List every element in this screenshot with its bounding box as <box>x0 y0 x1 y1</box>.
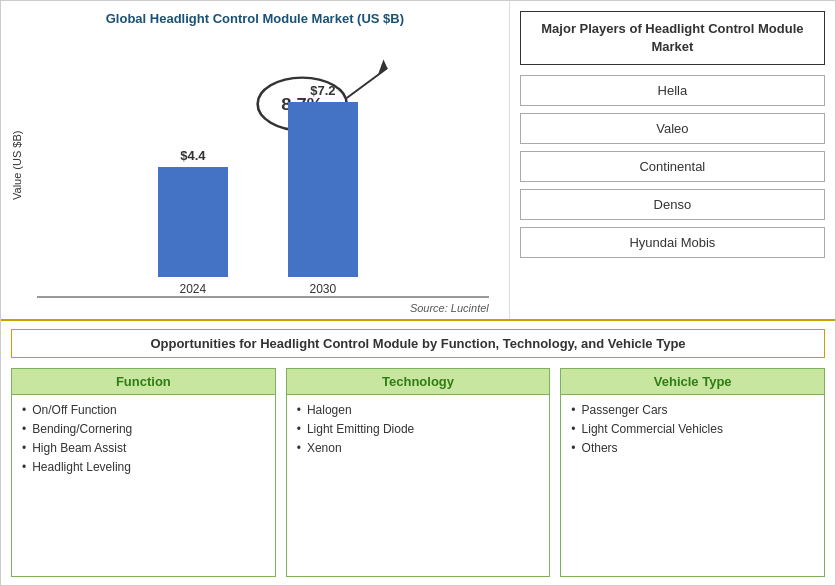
technology-item-2: • Light Emitting Diode <box>297 422 540 436</box>
players-list: Hella Valeo Continental Denso Hyundai Mo… <box>520 75 825 265</box>
bullet-t3: • <box>297 441 301 455</box>
function-item-2: • Bending/Cornering <box>22 422 265 436</box>
bullet-3: • <box>22 441 26 455</box>
players-area: Major Players of Headlight Control Modul… <box>510 1 835 319</box>
function-item-4: • Headlight Leveling <box>22 460 265 474</box>
source-text: Source: Lucintel <box>11 302 499 314</box>
categories-row: Function • On/Off Function • Bending/Cor… <box>11 368 825 577</box>
svg-marker-3 <box>378 60 387 74</box>
category-function-header: Function <box>12 369 275 395</box>
bullet-v1: • <box>571 403 575 417</box>
player-denso: Denso <box>520 189 825 220</box>
bar-label-2024: 2024 <box>180 282 207 296</box>
category-vehicle-type: Vehicle Type • Passenger Cars • Light Co… <box>560 368 825 577</box>
vehicle-item-3: • Others <box>571 441 814 455</box>
bars-container: 8.7% $4.4 2024 $7. <box>27 32 499 296</box>
bar-2030 <box>288 102 358 277</box>
bullet-t1: • <box>297 403 301 417</box>
category-vehicle-header: Vehicle Type <box>561 369 824 395</box>
chart-plot: 8.7% $4.4 2024 $7. <box>27 32 499 298</box>
bar-group-2030: $7.2 2030 <box>288 83 358 296</box>
category-technology-header: Technology <box>287 369 550 395</box>
bar-group-2024: $4.4 2024 <box>158 148 228 296</box>
category-function: Function • On/Off Function • Bending/Cor… <box>11 368 276 577</box>
bullet-v2: • <box>571 422 575 436</box>
player-continental: Continental <box>520 151 825 182</box>
chart-title: Global Headlight Control Module Market (… <box>11 11 499 26</box>
opportunities-title: Opportunities for Headlight Control Modu… <box>11 329 825 358</box>
bullet-2: • <box>22 422 26 436</box>
bullet-t2: • <box>297 422 301 436</box>
category-technology: Technology • Halogen • Light Emitting Di… <box>286 368 551 577</box>
chart-area: Global Headlight Control Module Market (… <box>1 1 510 319</box>
technology-item-1: • Halogen <box>297 403 540 417</box>
bottom-section: Opportunities for Headlight Control Modu… <box>1 321 835 585</box>
main-container: Global Headlight Control Module Market (… <box>0 0 836 586</box>
player-valeo: Valeo <box>520 113 825 144</box>
category-technology-body: • Halogen • Light Emitting Diode • Xenon <box>287 395 550 576</box>
top-section: Global Headlight Control Module Market (… <box>1 1 835 321</box>
bullet-1: • <box>22 403 26 417</box>
function-item-1: • On/Off Function <box>22 403 265 417</box>
category-vehicle-body: • Passenger Cars • Light Commercial Vehi… <box>561 395 824 576</box>
bullet-v3: • <box>571 441 575 455</box>
vehicle-item-1: • Passenger Cars <box>571 403 814 417</box>
category-function-body: • On/Off Function • Bending/Cornering • … <box>12 395 275 576</box>
chart-content: Value (US $B) 8.7% <box>11 32 499 298</box>
bar-value-2030: $7.2 <box>310 83 335 98</box>
annotation-svg: 8.7% <box>27 32 499 296</box>
bar-2024 <box>158 167 228 277</box>
bullet-4: • <box>22 460 26 474</box>
technology-item-3: • Xenon <box>297 441 540 455</box>
players-title: Major Players of Headlight Control Modul… <box>520 11 825 65</box>
player-hyundai-mobis: Hyundai Mobis <box>520 227 825 258</box>
player-hella: Hella <box>520 75 825 106</box>
bar-value-2024: $4.4 <box>180 148 205 163</box>
vehicle-item-2: • Light Commercial Vehicles <box>571 422 814 436</box>
x-axis-line <box>37 296 489 298</box>
function-item-3: • High Beam Assist <box>22 441 265 455</box>
bar-label-2030: 2030 <box>310 282 337 296</box>
y-axis-label: Value (US $B) <box>11 32 23 298</box>
